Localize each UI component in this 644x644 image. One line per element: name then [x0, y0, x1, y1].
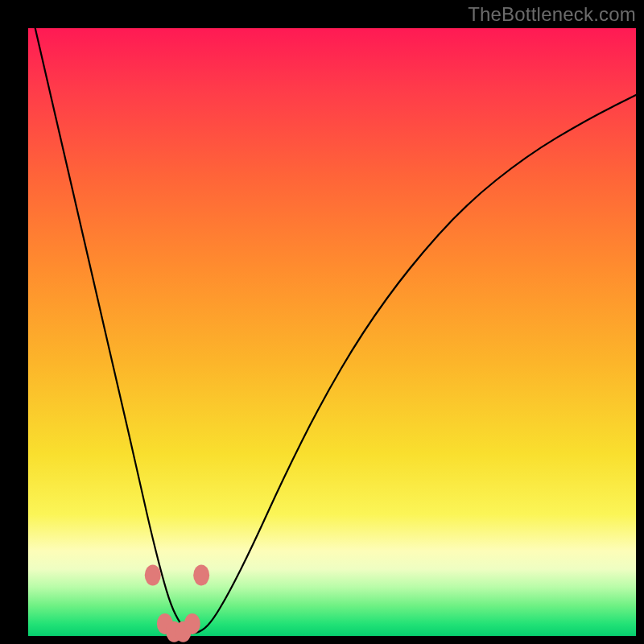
chart-svg	[28, 28, 636, 636]
curve-marker	[193, 565, 209, 586]
chart-frame: TheBottleneck.com	[0, 0, 644, 644]
bottleneck-curve	[28, 0, 636, 633]
curve-marker	[145, 565, 161, 586]
curve-marker	[184, 613, 200, 634]
watermark-text: TheBottleneck.com	[468, 3, 636, 26]
chart-plot-area	[28, 28, 636, 636]
